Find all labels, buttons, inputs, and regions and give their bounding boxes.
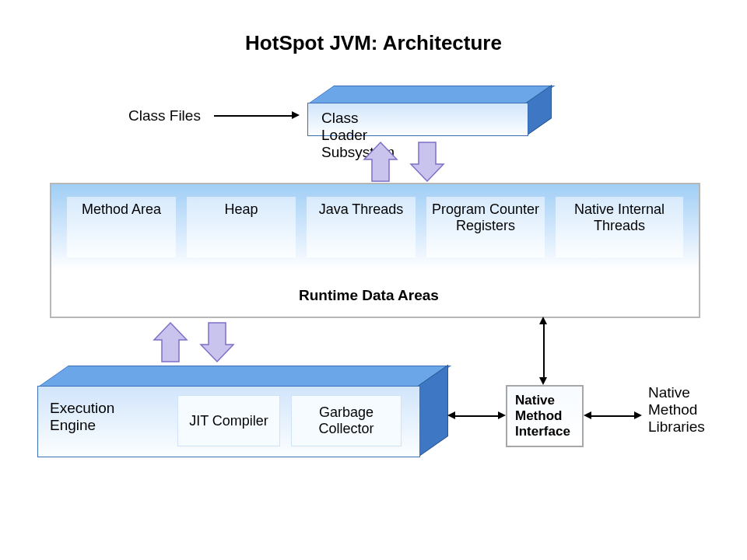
arrow-classfiles-to-loader — [214, 115, 292, 117]
svg-marker-3 — [201, 323, 233, 362]
jit-compiler-box: JIT Compiler — [177, 395, 280, 446]
arrowhead-left-icon — [447, 411, 455, 419]
fat-arrow-up-icon — [154, 323, 187, 362]
execution-engine-label: Execution Engine — [50, 400, 143, 434]
fat-arrow-down-icon — [201, 323, 233, 362]
fat-arrow-down-icon — [411, 142, 444, 181]
native-method-interface-box: Native Method Interface — [506, 385, 584, 447]
arrowhead-right-icon — [634, 411, 642, 419]
method-area-box: Method Area — [67, 197, 176, 257]
arrowhead-right-icon — [498, 411, 506, 419]
java-threads-box: Java Threads — [307, 197, 416, 257]
class-files-label: Class Files — [128, 107, 201, 124]
pc-registers-box: Program Counter Registers — [426, 197, 545, 257]
arrowhead-down-icon — [539, 377, 547, 385]
arrow-nml-to-nmi — [591, 415, 634, 417]
arrowhead-up-icon — [539, 317, 547, 324]
svg-marker-0 — [364, 142, 397, 181]
svg-marker-2 — [154, 323, 187, 362]
arrow-exec-to-nmi — [455, 415, 498, 417]
arrowhead-right-icon — [292, 111, 300, 119]
arrow-runtime-to-nmi — [543, 324, 545, 377]
diagram-title: HotSpot JVM: Architecture — [0, 31, 747, 55]
garbage-collector-box: Garbage Collector — [291, 395, 402, 446]
runtime-data-areas-panel: Method Area Heap Java Threads Program Co… — [50, 183, 700, 318]
svg-marker-1 — [411, 142, 444, 181]
fat-arrow-up-icon — [364, 142, 397, 181]
arrowhead-left-icon — [584, 411, 591, 419]
runtime-areas-label: Runtime Data Areas — [299, 287, 439, 304]
native-method-libraries-label: Native Method Libraries — [648, 384, 718, 436]
native-threads-box: Native Internal Threads — [556, 197, 683, 257]
heap-box: Heap — [187, 197, 296, 257]
